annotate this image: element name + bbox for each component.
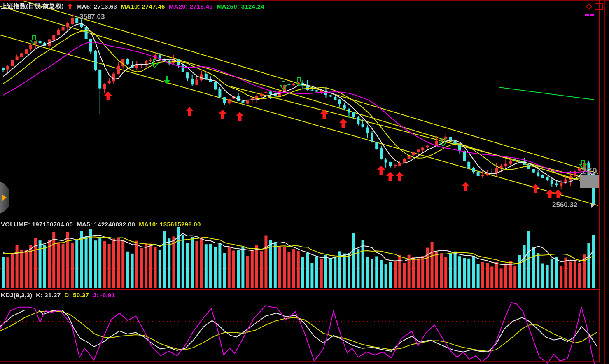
price-pointer-arrow [577, 202, 595, 208]
right-axis-price-box [580, 175, 599, 188]
volume-ma10-value-label: MA10: 135615296.00 [139, 221, 201, 228]
window-top-border [0, 0, 609, 1]
sell-signal-hollow-arrow [439, 138, 447, 147]
magenta-marker-left [585, 14, 589, 16]
sell-signal-hollow-arrow [30, 35, 38, 44]
buy-signal-arrow [320, 110, 328, 119]
sell-signal-hollow-arrow [280, 81, 287, 90]
kdj-j-value-label: J: -6.91 [93, 292, 115, 299]
buy-signal-arrow [236, 112, 244, 121]
kdj-k-value-label: K: 31.27 [36, 292, 61, 299]
buy-signal-arrow [462, 182, 469, 191]
sell-signal-hollow-arrow [151, 59, 159, 68]
sell-signal-hollow-arrow [295, 77, 303, 86]
last-low-price-label: 2560.32 [552, 201, 577, 209]
buy-signal-arrow [532, 184, 539, 193]
expand-arrow-icon [2, 194, 7, 201]
buy-signal-arrow [554, 189, 562, 198]
buy-signal-arrow [546, 189, 554, 198]
buy-signal-arrow [396, 172, 404, 181]
volume-panel-separator [0, 219, 599, 219]
ma5-value-label: MA5: 2713.63 [77, 3, 117, 10]
window-right-border [604, 0, 605, 364]
volume-chart-canvas[interactable] [0, 219, 599, 290]
chart-right-border [599, 0, 600, 362]
kdj-bottom-border [0, 361, 599, 362]
volume-ma5-value-label: MA5: 142240032.00 [77, 221, 135, 228]
kdj-panel-separator [0, 289, 599, 290]
ma10-value-label: MA10: 2747.46 [121, 3, 165, 10]
restore-window-icon[interactable] [595, 2, 604, 11]
ma250-value-label: MA250: 3124.24 [217, 3, 264, 10]
diamond-tool-icon[interactable] [585, 2, 593, 11]
kdj-indicator-name[interactable]: KDJ(9,3,3) [1, 292, 32, 299]
instrument-title[interactable]: 上证指数(日线.前复权) [1, 2, 64, 10]
ma20-value-label: MA20: 2715.49 [169, 3, 213, 10]
stock-app-window: { "window": {"width": 1479, "height": 88… [0, 0, 609, 364]
peak-price-label: 3587.03 [79, 13, 105, 21]
buy-signal-arrow [339, 119, 347, 128]
sell-signal-arrow [163, 75, 171, 84]
buy-signal-arrow [219, 110, 226, 119]
buy-signal-arrow [386, 172, 394, 181]
signal-arrow-layer [0, 0, 609, 219]
price-up-arrow-icon [68, 3, 73, 9]
buy-signal-arrow [104, 91, 112, 100]
magenta-marker-right [590, 14, 594, 16]
kdj-d-value-label: D: 50.37 [64, 292, 89, 299]
buy-signal-arrow [377, 166, 385, 175]
volume-value-label: VOLUME: 197150704.00 [1, 221, 73, 228]
buy-signal-arrow [186, 107, 194, 116]
kdj-chart-canvas[interactable] [0, 290, 599, 364]
